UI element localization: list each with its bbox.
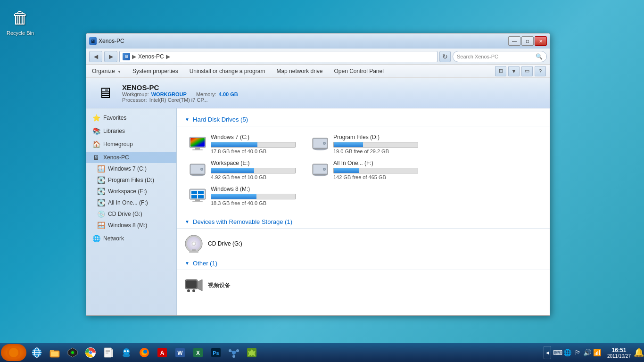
svg-point-39 [192,289,195,292]
drive-item-m[interactable]: Windows 8 (M:) 18.3 GB free of 40.0 GB [184,183,307,209]
sidebar-item-homegroup[interactable]: 🏠 Homegroup [86,139,176,150]
svg-rect-56 [104,348,111,357]
taskbar-network[interactable] [225,345,242,361]
drive-item-c[interactable]: Windows 7 (C:) 17.8 GB free of 40.0 GB [184,131,307,157]
sidebar-item-drive-c[interactable]: 🪟 Windows 7 (C:) [86,163,176,174]
close-button[interactable]: ✕ [535,36,547,46]
video-device-item[interactable]: 视频设备 [177,273,550,297]
view-dropdown-button[interactable]: ▼ [508,66,520,76]
removable-toggle: ▼ [184,219,190,225]
drive-item-f[interactable]: All In One... (F:) 142 GB free of 465 GB [307,157,429,183]
start-button[interactable] [1,344,26,361]
title-bar-buttons: — □ ✕ [508,36,547,46]
details-panel-button[interactable]: ▭ [521,66,533,76]
svg-marker-60 [111,348,113,350]
other-section-header[interactable]: ▼ Other (1) [177,256,550,270]
sidebar-item-drive-d[interactable]: 💽 Program Files (D:) [86,174,176,186]
recycle-bin-icon: 🗑 [9,7,32,29]
drive-d-progress-fill [334,142,363,147]
path-computer-icon: 🖥 [123,53,130,60]
show-hidden-tray[interactable]: ◀ [544,346,551,359]
maximize-button[interactable]: □ [521,36,534,46]
drive-c-progress-fill [211,142,257,147]
recycle-bin[interactable]: 🗑 Recycle Bin [5,5,36,38]
map-network-menu[interactable]: Map network drive [274,67,324,75]
drive-c-name: Windows 7 (C:) [211,134,303,140]
hard-drives-section-header[interactable]: ▼ Hard Disk Drives (5) [177,112,550,126]
forward-button[interactable]: ▶ [104,51,117,62]
tray-volume-icon[interactable]: 🔊 [583,348,592,357]
video-device-name: 视频设备 [208,281,231,289]
tray-signal-icon[interactable]: 📶 [593,348,602,357]
taskbar-acrobat[interactable]: A [154,345,171,361]
sidebar-item-drive-m[interactable]: 🪟 Windows 8 (M:) [86,220,176,231]
drive-m-progress-bg [211,194,296,199]
uninstall-menu[interactable]: Uninstall or change a program [188,67,267,75]
drive-c-info: Windows 7 (C:) 17.8 GB free of 40.0 GB [211,134,303,154]
taskbar-excel[interactable]: X [190,345,206,361]
control-panel-menu[interactable]: Open Control Panel [332,67,385,75]
svg-rect-4 [192,149,203,150]
taskbar-ie[interactable] [28,345,45,361]
svg-point-32 [193,243,195,245]
taskbar-word[interactable]: W [172,345,189,361]
taskbar-explorer[interactable] [46,345,63,361]
svg-rect-34 [189,251,198,253]
taskbar-notepad[interactable] [100,345,117,361]
tray-network-icon[interactable]: 🌐 [563,348,572,357]
drive-e-info: Workspace (E:) 4.92 GB free of 10.0 GB [211,160,303,180]
homegroup-section: 🏠 Homegroup [86,139,176,150]
workgroup-detail: Workgroup: WORKGROUP [122,91,187,97]
sidebar-item-drive-e[interactable]: 💽 Workspace (E:) [86,186,176,197]
sidebar-item-libraries[interactable]: 📚 Libraries [86,125,176,137]
cd-drive-item[interactable]: CD Drive (G:) [177,231,550,256]
sidebar-item-computer[interactable]: 🖥 Xenos-PC [86,152,176,163]
drive-f-progress-fill [334,168,359,173]
drive-d-info: Program Files (D:) 19.0 GB free of 29.2 … [333,134,426,154]
removable-section-header[interactable]: ▼ Devices with Removable Storage (1) [177,214,550,229]
drive-item-e[interactable]: Workspace (E:) 4.92 GB free of 10.0 GB [184,157,307,183]
tray-flag-icon[interactable]: 🏳 [573,348,582,357]
minimize-button[interactable]: — [508,36,520,46]
taskbar-chrome[interactable] [82,345,99,361]
drive-e-label: Workspace (E:) [108,188,147,195]
back-button[interactable]: ◀ [89,51,102,62]
explorer-window: 🖥 Xenos-PC — □ ✕ ◀ ▶ 🖥 ▶ Xenos-PC ▶ ↻ Se… [86,33,550,316]
path-separator1: ▶ [132,53,136,60]
taskbar-photoshop[interactable]: Ps [207,345,224,361]
view-toggle-button[interactable]: ⊞ [495,66,506,76]
drive-d-icon-img [311,134,330,153]
taskbar-alienware[interactable] [64,345,81,361]
taskbar: A W X Ps [0,343,644,362]
drive-m-name: Windows 8 (M:) [211,186,303,192]
organize-menu[interactable]: Organize ▼ [90,67,123,75]
tray-keyboard-icon[interactable]: ⌨ [553,348,562,357]
help-button[interactable]: ? [535,66,546,76]
search-box[interactable]: Search Xenos-PC 🔍 [453,51,547,62]
system-properties-menu[interactable]: System properties [131,67,180,75]
drive-d-size: 19.0 GB free of 29.2 GB [333,148,426,154]
notification-icon[interactable]: 🔔 [635,348,643,357]
sidebar-item-drive-f[interactable]: 💽 All In One... (F:) [86,197,176,208]
taskbar-qq[interactable] [118,345,135,361]
svg-rect-22 [191,191,197,194]
svg-rect-26 [195,199,200,201]
sidebar-item-favorites[interactable]: ⭐ Favorites [86,112,176,123]
sidebar-item-drive-g[interactable]: 💿 CD Drive (G:) [86,208,176,220]
svg-rect-2 [190,138,205,147]
svg-marker-37 [198,280,202,291]
taskbar-browser2[interactable] [136,345,153,361]
drive-item-d[interactable]: Program Files (D:) 19.0 GB free of 29.2 … [307,131,429,157]
menu-bar: Organize ▼ System properties Uninstall o… [86,65,550,78]
system-clock[interactable]: 16:51 2011/10/27 [604,347,634,359]
search-icon[interactable]: 🔍 [536,53,543,60]
favorites-section: ⭐ Favorites [86,112,176,123]
drive-f-icon-img [311,160,330,179]
sidebar-item-network[interactable]: 🌐 Network [86,233,176,244]
address-path[interactable]: 🖥 ▶ Xenos-PC ▶ [119,51,438,62]
taskbar-misc[interactable] [243,345,260,361]
svg-text:W: W [177,350,183,356]
refresh-button[interactable]: ↻ [439,51,451,62]
clock-date: 2011/10/27 [607,354,631,359]
organize-arrow: ▼ [117,70,121,74]
